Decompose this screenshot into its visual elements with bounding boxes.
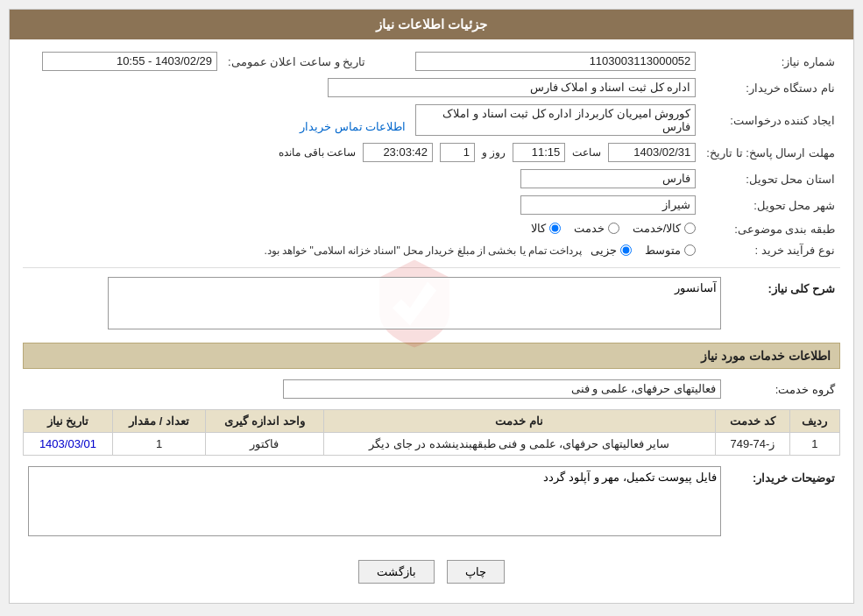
services-section-header: اطلاعات خدمات مورد نیاز (23, 343, 840, 369)
province-value: فارس (520, 169, 696, 188)
cell-row-num: 1 (789, 433, 839, 456)
category-kala-khadmat-label: کالا/خدمت (633, 222, 682, 235)
col-header-name: نام خدمت (323, 410, 715, 433)
response-days: 1 (440, 143, 475, 162)
buyer-description-table: توضیحات خریدار: فایل پیوست تکمیل، مهر و … (23, 463, 840, 542)
city-value: شیراز (520, 195, 696, 215)
need-description-cell: آسانسور (23, 273, 726, 336)
category-radio-khadmat[interactable]: خدمت (574, 222, 619, 235)
purchase-type-radio-motawaset[interactable]: متوسط (645, 244, 696, 257)
table-row: 1 ز-74-749 سایر فعالیتهای حرفهای، علمی و… (24, 433, 840, 456)
purchase-type-motawaset-label: متوسط (645, 244, 681, 257)
category-radio-kala-khadmat-input[interactable] (684, 223, 696, 234)
need-number-label: شماره نیاز: (701, 48, 840, 74)
page-wrapper: جزئیات اطلاعات نیاز شماره نیاز: 11030031… (0, 0, 863, 616)
buyer-org-value: اداره کل ثبت اسناد و املاک فارس (328, 78, 696, 97)
cell-date: 1403/03/01 (24, 433, 113, 456)
services-table: ردیف کد خدمت نام خدمت واحد اندازه گیری ت… (23, 409, 840, 456)
cell-unit: فاکتور (206, 433, 323, 456)
response-deadline-label: مهلت ارسال پاسخ: تا تاریخ: (701, 139, 840, 166)
category-radio-kala[interactable]: کالا (531, 222, 561, 235)
purchase-type-radio-motawaset-input[interactable] (684, 244, 696, 256)
col-header-qty: تعداد / مقدار (112, 410, 205, 433)
purchase-type-note: پرداخت تمام یا بخشی از مبلغ خریدار محل "… (264, 244, 582, 257)
province-label: استان محل تحویل: (701, 166, 840, 192)
need-description-textarea[interactable]: آسانسور (108, 277, 721, 329)
creator-cell: کوروش امیریان کاربرداز اداره کل ثبت اسنا… (23, 101, 701, 139)
response-time-label: ساعت (572, 146, 601, 159)
creator-label: ایجاد کننده درخواست: (701, 101, 840, 139)
content-area: شماره نیاز: 1103003113000052 تاریخ و ساع… (10, 39, 853, 603)
purchase-type-radio-jozyi-input[interactable] (620, 244, 632, 256)
service-group-label: گروه خدمت: (726, 376, 840, 402)
main-container: جزئیات اطلاعات نیاز شماره نیاز: 11030031… (9, 9, 854, 604)
category-kala-label: کالا (531, 222, 546, 235)
response-days-label: روز و (482, 146, 506, 159)
purchase-type-radio-group: متوسط جزیی (591, 244, 696, 257)
col-header-date: تاریخ نیاز (24, 410, 113, 433)
page-title: جزئیات اطلاعات نیاز (10, 10, 853, 39)
response-deadline-cell: 1403/02/31 ساعت 11:15 روز و 1 23:03:42 س… (23, 139, 701, 166)
category-khadmat-label: خدمت (574, 222, 605, 235)
button-row: چاپ بازگشت (23, 549, 840, 594)
purchase-type-cell: متوسط جزیی پرداخت تمام یا بخشی از مبلغ خ… (23, 240, 701, 260)
province-cell: فارس (23, 166, 701, 192)
col-header-row-num: ردیف (789, 410, 839, 433)
response-remaining-label: ساعت باقی مانده (279, 146, 356, 159)
category-radio-khadmat-input[interactable] (608, 223, 619, 234)
buyer-org-label: نام دستگاه خریدار: (701, 74, 840, 101)
service-group-cell: فعالیتهای حرفهای، علمی و فنی (23, 376, 726, 402)
back-button[interactable]: بازگشت (358, 560, 435, 584)
announce-datetime-cell: 1403/02/29 - 10:55 (23, 48, 223, 74)
cell-name: سایر فعالیتهای حرفهای، علمی و فنی طبقهبن… (323, 433, 715, 456)
info-table: شماره نیاز: 1103003113000052 تاریخ و ساع… (23, 48, 840, 260)
purchase-type-label: نوع فرآیند خرید : (701, 240, 840, 260)
creator-value: کوروش امیریان کاربرداز اداره کل ثبت اسنا… (415, 104, 696, 136)
need-description-label: شرح کلی نیاز: (726, 273, 840, 336)
cell-qty: 1 (112, 433, 205, 456)
need-number-value: 1103003113000052 (415, 52, 696, 71)
category-cell: کالا/خدمت خدمت کالا (23, 218, 701, 240)
creator-contact-link[interactable]: اطلاعات تماس خریدار (300, 120, 406, 133)
buyer-description-textarea[interactable]: فایل پیوست تکمیل، مهر و آپلود گردد (28, 466, 721, 536)
buyer-org-cell: اداره کل ثبت اسناد و املاک فارس (23, 74, 701, 101)
category-label: طبقه بندی موضوعی: (701, 218, 840, 240)
response-date: 1403/02/31 (608, 143, 696, 162)
services-table-header-row: ردیف کد خدمت نام خدمت واحد اندازه گیری ت… (24, 410, 840, 433)
buyer-description-cell: فایل پیوست تکمیل، مهر و آپلود گردد (23, 463, 726, 542)
category-radio-kala-khadmat[interactable]: کالا/خدمت (633, 222, 697, 235)
cell-code: ز-74-749 (715, 433, 789, 456)
need-number-cell: 1103003113000052 (388, 48, 701, 74)
col-header-unit: واحد اندازه گیری (206, 410, 323, 433)
city-label: شهر محل تحویل: (701, 192, 840, 218)
purchase-type-jozyi-label: جزیی (591, 244, 617, 257)
purchase-type-radio-jozyi[interactable]: جزیی (591, 244, 632, 257)
service-group-value: فعالیتهای حرفهای، علمی و فنی (283, 379, 721, 399)
need-description-table: شرح کلی نیاز: آسانسور (23, 273, 840, 336)
announce-datetime-value: 1403/02/29 - 10:55 (42, 52, 217, 71)
col-header-code: کد خدمت (715, 410, 789, 433)
buyer-description-label: توضیحات خریدار: (726, 463, 840, 542)
category-radio-group: کالا/خدمت خدمت کالا (531, 222, 697, 235)
print-button[interactable]: چاپ (447, 560, 505, 584)
response-time: 11:15 (513, 143, 565, 162)
response-remaining: 23:03:42 (363, 143, 433, 162)
category-radio-kala-input[interactable] (549, 223, 561, 234)
city-cell: شیراز (23, 192, 701, 218)
service-group-table: گروه خدمت: فعالیتهای حرفهای، علمی و فنی (23, 376, 840, 402)
announce-datetime-label: تاریخ و ساعت اعلان عمومی: (223, 48, 371, 74)
